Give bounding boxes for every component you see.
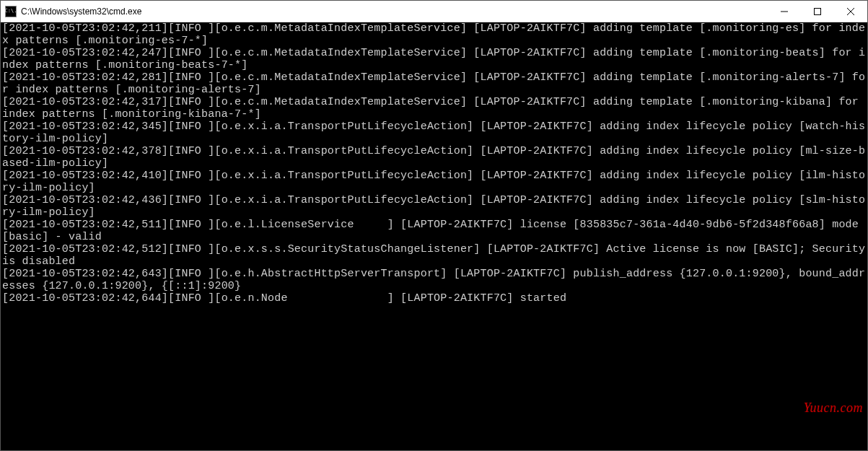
console-line: [2021-10-05T23:02:42,511][INFO ][o.e.l.L…: [2, 219, 866, 243]
console-line: [2021-10-05T23:02:42,317][INFO ][o.e.c.m…: [2, 96, 866, 121]
minimize-icon: [781, 8, 788, 15]
console-line: [2021-10-05T23:02:42,247][INFO ][o.e.c.m…: [2, 47, 866, 71]
console-line: [2021-10-05T23:02:42,378][INFO ][o.e.x.i…: [2, 145, 866, 170]
cmd-app-icon: C:\.: [5, 6, 17, 17]
svg-rect-1: [815, 8, 821, 14]
console-line: [2021-10-05T23:02:42,436][INFO ][o.e.x.i…: [2, 194, 866, 219]
watermark-text: Yuucn.com: [804, 400, 863, 416]
cmd-window: C:\. C:\Windows\system32\cmd.exe [2021-1…: [0, 0, 868, 451]
console-line: [2021-10-05T23:02:42,643][INFO ][o.e.h.A…: [2, 268, 866, 292]
window-controls: [768, 1, 867, 22]
console-output[interactable]: [2021-10-05T23:02:42,211][INFO ][o.e.c.m…: [1, 22, 867, 450]
cmd-app-icon-label: C:\.: [5, 9, 17, 14]
maximize-icon: [814, 8, 821, 15]
close-icon: [847, 8, 854, 15]
close-button[interactable]: [834, 1, 867, 22]
console-line: [2021-10-05T23:02:42,512][INFO ][o.e.x.s…: [2, 243, 866, 268]
window-title: C:\Windows\system32\cmd.exe: [21, 6, 768, 17]
titlebar[interactable]: C:\. C:\Windows\system32\cmd.exe: [1, 1, 867, 22]
console-line: [2021-10-05T23:02:42,345][INFO ][o.e.x.i…: [2, 121, 866, 145]
console-line: [2021-10-05T23:02:42,281][INFO ][o.e.c.m…: [2, 71, 866, 96]
console-line: [2021-10-05T23:02:42,644][INFO ][o.e.n.N…: [2, 292, 866, 305]
minimize-button[interactable]: [768, 1, 801, 22]
console-line: [2021-10-05T23:02:42,410][INFO ][o.e.x.i…: [2, 170, 866, 194]
maximize-button[interactable]: [801, 1, 834, 22]
console-line: [2021-10-05T23:02:42,211][INFO ][o.e.c.m…: [2, 22, 866, 47]
